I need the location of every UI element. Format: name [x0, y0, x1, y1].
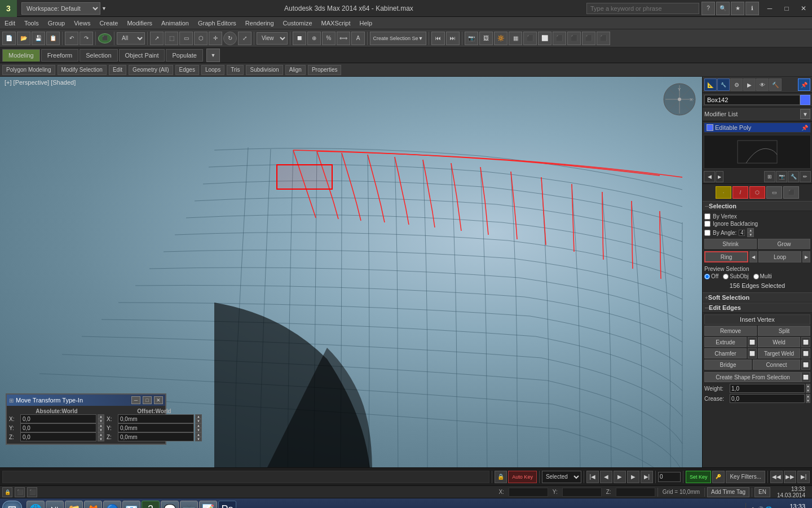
- subobj-options-3[interactable]: 🔧: [788, 171, 799, 182]
- off-x-up[interactable]: ▲: [195, 414, 202, 419]
- crease-up[interactable]: ▲: [806, 394, 810, 398]
- connect-btn[interactable]: Connect: [753, 360, 800, 370]
- timeline-slider[interactable]: [2, 471, 489, 483]
- panel-icon-create[interactable]: 📐: [704, 78, 717, 91]
- view-dropdown[interactable]: View: [257, 32, 288, 45]
- maximize-btn[interactable]: □: [778, 0, 795, 17]
- render-btn[interactable]: 📷: [465, 32, 478, 45]
- prev-frame-btn[interactable]: ◀: [600, 471, 612, 483]
- undo-btn[interactable]: ↶: [65, 32, 78, 45]
- weight-down[interactable]: ▼: [806, 388, 810, 393]
- abs-z-down[interactable]: ▼: [98, 437, 104, 441]
- weight-input[interactable]: [730, 384, 805, 393]
- search-btn[interactable]: 🔍: [716, 2, 730, 15]
- ribbon-geometry-all[interactable]: Geometry (All): [129, 65, 173, 75]
- selected-dropdown[interactable]: Selected: [542, 471, 581, 483]
- render4-btn[interactable]: ▦: [509, 32, 522, 45]
- tab-object-paint[interactable]: Object Paint: [119, 49, 165, 62]
- abs-x-input[interactable]: [20, 414, 96, 423]
- extrude-btn[interactable]: Extrude: [704, 337, 747, 347]
- panel-icon-modify[interactable]: 🔧: [717, 78, 730, 91]
- help-btn[interactable]: ?: [701, 2, 715, 15]
- redo-btn[interactable]: ↷: [80, 32, 93, 45]
- viewport[interactable]: [+] [Perspective] [Shaded] Y X: [0, 77, 702, 467]
- panel-icon-display[interactable]: 👁: [756, 78, 769, 91]
- render5-btn[interactable]: ⬛: [523, 32, 537, 45]
- ribbon-edit[interactable]: Edit: [109, 65, 126, 75]
- create-shape-btn[interactable]: Create Shape From Selection: [704, 372, 801, 382]
- shrink-btn[interactable]: Shrink: [704, 239, 757, 249]
- off-y-down[interactable]: ▼: [195, 428, 202, 432]
- by-angle-checkbox[interactable]: [704, 230, 710, 236]
- by-vertex-checkbox[interactable]: [704, 213, 710, 220]
- weld-settings-btn[interactable]: ⬜: [801, 337, 810, 347]
- crease-down[interactable]: ▼: [806, 398, 810, 403]
- tab-modeling[interactable]: Modeling: [2, 49, 40, 62]
- ignore-backfacing-checkbox[interactable]: [704, 221, 710, 227]
- menu-group[interactable]: Group: [43, 17, 70, 29]
- abs-z-up[interactable]: ▲: [98, 432, 104, 437]
- dialog-close-btn[interactable]: ✕: [154, 396, 163, 404]
- pb-end-btn[interactable]: ▶|: [797, 471, 810, 483]
- select-btn[interactable]: ↗: [150, 32, 164, 45]
- info-btn[interactable]: ℹ: [745, 2, 759, 15]
- render10-btn[interactable]: ⬛: [597, 32, 610, 45]
- panel-icon-hierarchy[interactable]: ⚙: [730, 78, 743, 91]
- menu-customize[interactable]: Customize: [279, 17, 317, 29]
- create-sel-set-btn[interactable]: Create Selection Se▼: [370, 32, 426, 45]
- key-filters-btn[interactable]: Key Filters...: [726, 471, 765, 483]
- rect-select-btn[interactable]: ▭: [179, 32, 193, 45]
- soft-selection-section-header[interactable]: + Soft Selection: [703, 292, 812, 303]
- preview-subobj-radio[interactable]: [723, 274, 729, 279]
- fence-select-btn[interactable]: ⬡: [194, 32, 208, 45]
- selection-filter-dropdown[interactable]: All: [117, 32, 145, 45]
- goto-start-btn[interactable]: |◀: [586, 471, 599, 483]
- ring-prev-btn[interactable]: ◀: [749, 251, 757, 262]
- subobj-options-2[interactable]: 📷: [776, 171, 787, 182]
- add-time-tag-btn[interactable]: Add Time Tag: [707, 487, 749, 497]
- menu-maxscript[interactable]: MAXScript: [317, 17, 355, 29]
- render7-btn[interactable]: ⬛: [553, 32, 566, 45]
- fav-btn[interactable]: ★: [731, 2, 744, 15]
- minimize-btn[interactable]: ─: [761, 0, 778, 17]
- current-frame-input[interactable]: [658, 472, 681, 482]
- taskbar-ps[interactable]: Ps: [218, 501, 236, 509]
- dialog-titlebar[interactable]: ⊞ Move Transform Type-In ─ □ ✕: [7, 395, 165, 406]
- menu-graph-editors[interactable]: Graph Editors: [193, 17, 241, 29]
- next-frame-btn[interactable]: ▶: [627, 471, 639, 483]
- goto-end-btn[interactable]: ▶|: [641, 471, 653, 483]
- dialog-maximize-btn[interactable]: □: [143, 396, 152, 404]
- subobj-nav-left[interactable]: ◀: [704, 171, 715, 182]
- pb-next-btn[interactable]: ▶▶: [784, 471, 796, 483]
- tab-expand-btn[interactable]: ▼: [206, 49, 220, 62]
- menu-rendering[interactable]: Rendering: [241, 17, 279, 29]
- object-name-input[interactable]: [704, 95, 800, 105]
- ribbon-properties[interactable]: Properties: [308, 65, 342, 75]
- off-z-up[interactable]: ▲: [195, 432, 202, 437]
- subobj-poly-btn[interactable]: ▭: [766, 186, 782, 199]
- taskbar-media[interactable]: ⏯: [46, 501, 64, 509]
- edit-edges-section-header[interactable]: ─ Edit Edges: [703, 303, 812, 313]
- subobj-edge-btn[interactable]: /: [732, 186, 748, 199]
- taskbar-chrome[interactable]: 🔵: [103, 501, 121, 509]
- subobj-options-1[interactable]: ⊞: [764, 171, 775, 182]
- subobj-border-btn[interactable]: ⬡: [749, 186, 765, 199]
- taskbar-skype[interactable]: 💬: [161, 501, 179, 509]
- ribbon-subdivision[interactable]: Subdivision: [246, 65, 283, 75]
- grow-btn[interactable]: Grow: [758, 239, 810, 249]
- y-coord-input[interactable]: [562, 488, 602, 497]
- preview-multi-radio[interactable]: [753, 274, 759, 279]
- abs-y-input[interactable]: [20, 423, 96, 432]
- by-angle-down[interactable]: ▼: [747, 233, 754, 237]
- by-angle-up[interactable]: ▲: [747, 228, 754, 233]
- loop-next-btn[interactable]: ▶: [802, 251, 810, 262]
- ribbon-align[interactable]: Align: [285, 65, 306, 75]
- abs-z-input[interactable]: [20, 432, 96, 441]
- scale-btn[interactable]: ⤢: [238, 32, 251, 45]
- off-y-input[interactable]: [118, 423, 194, 432]
- taskbar-files[interactable]: 📁: [65, 501, 83, 509]
- play-btn[interactable]: ▶: [614, 471, 626, 483]
- render6-btn[interactable]: ⬜: [538, 32, 551, 45]
- new-btn[interactable]: 📄: [2, 32, 16, 45]
- subobj-nav-right[interactable]: ▶: [716, 171, 723, 182]
